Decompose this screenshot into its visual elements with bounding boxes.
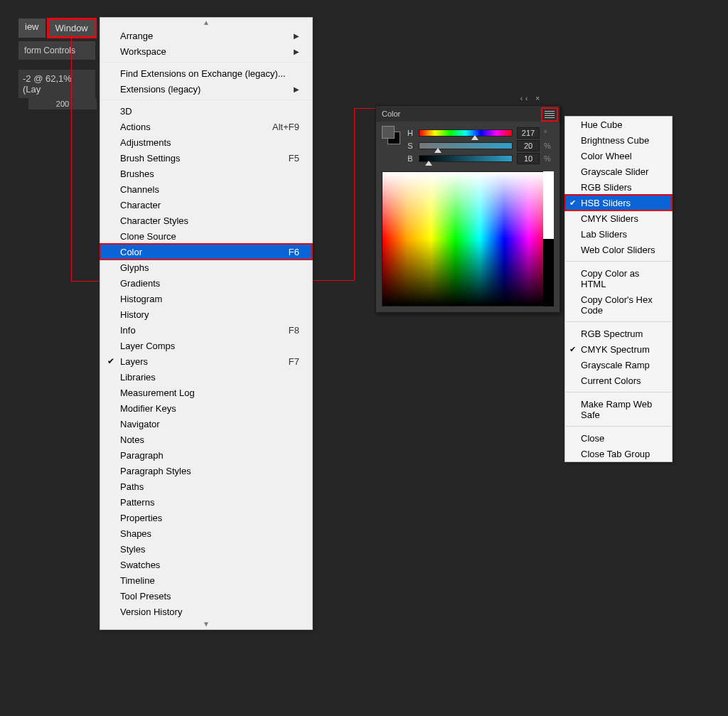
panel-flyout-item[interactable]: RGB Spectrum bbox=[565, 326, 672, 341]
panel-collapse-icon[interactable]: ‹‹ × bbox=[520, 95, 542, 102]
window-menu-item[interactable]: ✔LayersF7 bbox=[100, 353, 312, 369]
window-menu-item[interactable]: ActionsAlt+F9 bbox=[100, 119, 312, 134]
panel-flyout-item[interactable]: Close Tab Group bbox=[565, 446, 672, 461]
color-spectrum-ramp[interactable] bbox=[382, 171, 554, 306]
panel-flyout-item[interactable]: Current Colors bbox=[565, 373, 672, 388]
color-panel-flyout-menu[interactable]: Hue CubeBrightness CubeColor WheelGraysc… bbox=[564, 116, 673, 462]
menu-item-label: Lab Sliders bbox=[581, 229, 627, 240]
panel-flyout-item[interactable]: Color Wheel bbox=[565, 148, 672, 164]
panel-flyout-item[interactable]: Copy Color as HTML bbox=[565, 265, 672, 292]
menu-item-label: Extensions (legacy) bbox=[120, 84, 200, 95]
panel-flyout-item[interactable]: CMYK Sliders bbox=[565, 210, 672, 226]
menu-item-label: Libraries bbox=[120, 372, 156, 383]
window-menu-item[interactable]: Notes bbox=[100, 432, 312, 447]
panel-flyout-item[interactable]: Close bbox=[565, 430, 672, 446]
window-menu-item[interactable]: ColorF6 bbox=[100, 244, 312, 260]
window-menu-item[interactable]: Measurement Log bbox=[100, 385, 312, 400]
menu-item-label: Layers bbox=[120, 356, 148, 367]
window-menu-item[interactable]: Character bbox=[100, 197, 312, 213]
window-menu-item[interactable]: Layer Comps bbox=[100, 338, 312, 353]
panel-flyout-item[interactable]: RGB Sliders bbox=[565, 179, 672, 195]
window-menu-item[interactable]: Paragraph bbox=[100, 447, 312, 463]
window-menu-item[interactable]: Properties bbox=[100, 510, 312, 525]
ruler-tick: 200 bbox=[28, 98, 97, 109]
menu-item-label: Character Styles bbox=[120, 215, 188, 226]
panel-flyout-item[interactable]: Web Color Sliders bbox=[565, 242, 672, 257]
window-menu-item[interactable]: History bbox=[100, 306, 312, 322]
window-menu-item[interactable]: Brush SettingsF5 bbox=[100, 150, 312, 166]
menu-scroll-down-icon[interactable]: ▼ bbox=[100, 619, 312, 629]
menu-item-label: Notes bbox=[120, 434, 144, 445]
brightness-slider[interactable] bbox=[419, 155, 513, 162]
window-menu-item[interactable]: Channels bbox=[100, 181, 312, 197]
window-menu-item[interactable]: Shapes bbox=[100, 525, 312, 541]
foreground-background-swatches[interactable] bbox=[382, 126, 400, 144]
hue-slider[interactable] bbox=[419, 129, 513, 137]
window-menu-item[interactable]: Modifier Keys bbox=[100, 400, 312, 416]
panel-flyout-item[interactable]: ✔HSB Sliders bbox=[565, 195, 672, 210]
window-menu-item[interactable]: Glyphs bbox=[100, 260, 312, 275]
window-menu-item[interactable]: Patterns bbox=[100, 494, 312, 510]
window-menu-item[interactable]: Swatches bbox=[100, 557, 312, 572]
window-menu-dropdown[interactable]: ▲ Arrange▶Workspace▶Find Extensions on E… bbox=[100, 17, 313, 630]
window-menu-item[interactable]: Brushes bbox=[100, 166, 312, 181]
window-menu-item[interactable]: Paragraph Styles bbox=[100, 463, 312, 479]
menu-item-shortcut: Alt+F9 bbox=[272, 122, 299, 132]
panel-flyout-item[interactable]: Grayscale Slider bbox=[565, 164, 672, 179]
menu-item-label: Actions bbox=[120, 122, 151, 132]
window-menu-item[interactable]: Workspace▶ bbox=[100, 43, 312, 59]
brightness-label: B bbox=[406, 154, 414, 163]
callout-line bbox=[71, 281, 100, 282]
window-menu-item[interactable]: Navigator bbox=[100, 416, 312, 432]
brightness-value[interactable]: 10 bbox=[517, 153, 540, 164]
brightness-slider-row: B 10 % bbox=[406, 153, 554, 164]
window-menu-item[interactable]: Tool Presets bbox=[100, 588, 312, 604]
panel-flyout-item[interactable]: Brightness Cube bbox=[565, 132, 672, 148]
window-menu-item[interactable]: InfoF8 bbox=[100, 322, 312, 338]
hue-unit: ° bbox=[544, 129, 554, 137]
menu-item-label: Web Color Sliders bbox=[581, 245, 655, 255]
menu-item-label: Copy Color's Hex Code bbox=[581, 294, 665, 316]
window-menu-item[interactable]: Extensions (legacy)▶ bbox=[100, 81, 312, 97]
window-menu-item[interactable]: Character Styles bbox=[100, 213, 312, 228]
color-panel[interactable]: ‹‹ × Color H 217 ° S 20 bbox=[375, 105, 560, 313]
menu-item-label: Grayscale Ramp bbox=[581, 360, 650, 370]
panel-flyout-item[interactable]: Lab Sliders bbox=[565, 226, 672, 242]
spectrum-bw-strip[interactable] bbox=[543, 171, 554, 306]
window-menu-item[interactable]: 3D bbox=[100, 103, 312, 119]
window-menu-item[interactable]: Find Extensions on Exchange (legacy)... bbox=[100, 65, 312, 81]
menu-item-label: Version History bbox=[120, 607, 182, 617]
menu-separator bbox=[566, 392, 671, 392]
menu-item-shortcut: F6 bbox=[289, 247, 299, 257]
window-menu-item[interactable]: Arrange▶ bbox=[100, 28, 312, 43]
view-menu-label[interactable]: iew bbox=[18, 18, 46, 38]
hue-value[interactable]: 217 bbox=[517, 127, 540, 139]
menu-item-label: Gradients bbox=[120, 278, 160, 289]
menu-item-label: 3D bbox=[120, 106, 132, 117]
menu-item-label: Make Ramp Web Safe bbox=[581, 399, 665, 420]
saturation-value[interactable]: 20 bbox=[517, 140, 540, 151]
window-menu-item[interactable]: Paths bbox=[100, 479, 312, 494]
window-menu-item[interactable]: Adjustments bbox=[100, 134, 312, 150]
panel-flyout-item[interactable]: Grayscale Ramp bbox=[565, 357, 672, 373]
foreground-color-swatch[interactable] bbox=[382, 126, 395, 139]
saturation-slider[interactable] bbox=[419, 142, 513, 149]
panel-flyout-item[interactable]: Hue Cube bbox=[565, 117, 672, 132]
window-menu-label[interactable]: Window bbox=[48, 18, 96, 38]
panel-flyout-item[interactable]: Copy Color's Hex Code bbox=[565, 292, 672, 318]
window-menu-item[interactable]: Styles bbox=[100, 541, 312, 557]
window-menu-item[interactable]: Timeline bbox=[100, 572, 312, 588]
panel-menu-icon[interactable] bbox=[542, 109, 557, 120]
color-panel-titlebar[interactable]: Color bbox=[376, 106, 560, 122]
panel-flyout-item[interactable]: ✔CMYK Spectrum bbox=[565, 341, 672, 357]
panel-flyout-item[interactable]: Make Ramp Web Safe bbox=[565, 396, 672, 422]
window-menu-item[interactable]: Clone Source bbox=[100, 228, 312, 244]
window-menu-item[interactable]: Histogram bbox=[100, 291, 312, 306]
saturation-unit: % bbox=[544, 141, 554, 150]
window-menu-item[interactable]: Version History bbox=[100, 604, 312, 619]
menu-separator bbox=[566, 261, 671, 262]
document-tab-label[interactable]: -2 @ 62,1% (Lay bbox=[18, 70, 95, 98]
window-menu-item[interactable]: Libraries bbox=[100, 369, 312, 385]
menu-scroll-up-icon[interactable]: ▲ bbox=[100, 18, 312, 28]
window-menu-item[interactable]: Gradients bbox=[100, 275, 312, 291]
